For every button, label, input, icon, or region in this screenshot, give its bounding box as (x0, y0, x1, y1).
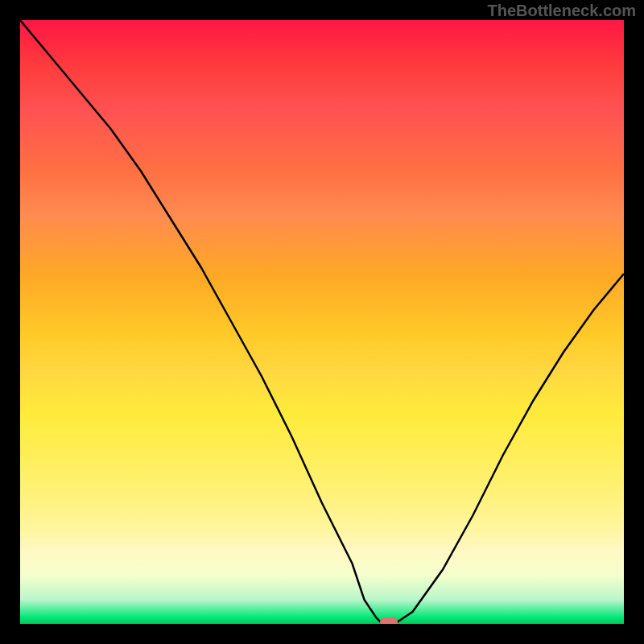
optimal-point-marker (380, 617, 398, 624)
chart-plot-area (20, 20, 624, 624)
bottleneck-curve (20, 20, 624, 624)
watermark-text: TheBottleneck.com (488, 2, 636, 20)
